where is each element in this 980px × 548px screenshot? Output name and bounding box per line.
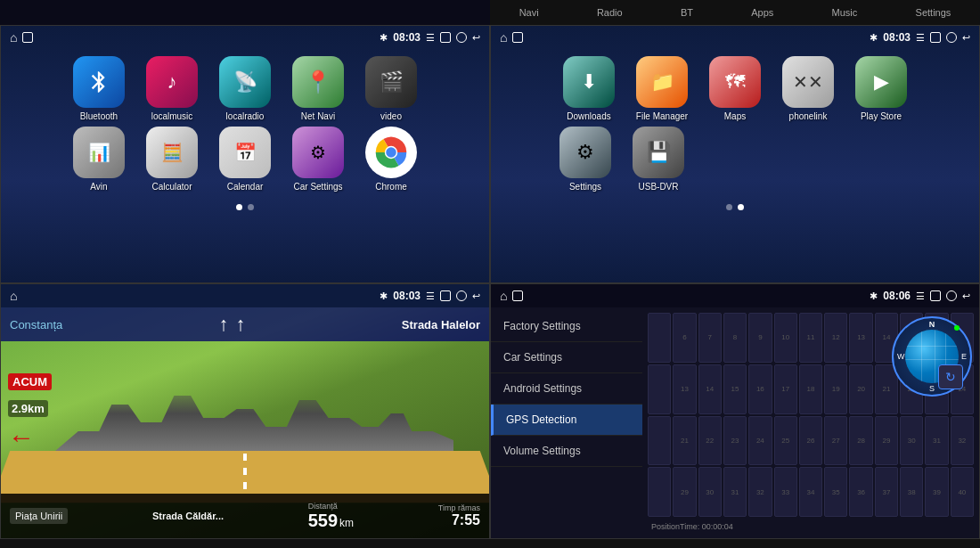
app-downloads[interactable]: ⬇ Downloads xyxy=(557,56,621,121)
arrow-up-2: ↑ xyxy=(236,313,246,336)
carsettings-icon: ⚙ xyxy=(292,127,344,178)
app-filemanager[interactable]: 📁 File Manager xyxy=(630,56,694,121)
netnavi-icon: 📍 xyxy=(292,56,344,108)
menu-car-settings[interactable]: Car Settings xyxy=(491,342,642,373)
gps-cell: 18 xyxy=(799,364,822,414)
nav-circle-q1[interactable] xyxy=(456,32,467,43)
nav-item-apps[interactable]: Apps xyxy=(744,7,780,18)
nav-item-music[interactable]: Music xyxy=(825,7,865,18)
globe-line-h2 xyxy=(905,359,959,360)
quadrant-settings: ⌂ ✱ 08:06 ☰ ↩ Factory Settings Car Setti… xyxy=(490,283,980,539)
localradio-icon: 📡 xyxy=(219,56,271,108)
app-calculator[interactable]: 🧮 Calculator xyxy=(140,127,204,192)
nav-square-q3[interactable] xyxy=(440,290,451,301)
app-usbdvr[interactable]: 💾 USB-DVR xyxy=(626,127,690,192)
app-carsettings[interactable]: ⚙ Car Settings xyxy=(286,127,350,192)
home-icon-q4[interactable]: ⌂ xyxy=(500,289,507,303)
nav-item-radio[interactable]: Radio xyxy=(590,7,630,18)
settings-content: Factory Settings Car Settings Android Se… xyxy=(491,307,979,538)
map-acum-label: ACUM xyxy=(8,373,52,390)
nav-square-q2[interactable] xyxy=(930,32,941,43)
time-q3: 08:03 xyxy=(393,290,421,302)
time-q2: 08:03 xyxy=(883,31,911,44)
menu-factory-settings[interactable]: Factory Settings xyxy=(491,311,642,342)
gps-cell: 15 xyxy=(723,364,747,414)
app-settings[interactable]: ⚙ Settings xyxy=(553,127,617,192)
nav-circle-q4[interactable] xyxy=(946,290,957,301)
settings-label: Settings xyxy=(569,182,601,192)
map-arrows: ↑ ↑ xyxy=(219,313,246,336)
app-localmusic[interactable]: ♪ localmusic xyxy=(140,56,204,121)
nav-item-navi[interactable]: Navi xyxy=(512,7,546,18)
globe-line-v2 xyxy=(935,330,935,383)
app-video[interactable]: 🎬 video xyxy=(359,56,423,121)
dot-2-q1[interactable] xyxy=(248,204,254,210)
video-label: video xyxy=(380,111,402,121)
map-time-info: Timp rămas 7:55 xyxy=(438,503,480,528)
app-calendar[interactable]: 📅 Calendar xyxy=(213,127,277,192)
app-playstore[interactable]: ▶ Play Store xyxy=(849,56,913,121)
nav-square-q1[interactable] xyxy=(440,32,451,43)
app-phonelink[interactable]: ✕✕ phonelink xyxy=(776,56,840,121)
gps-cell: 24 xyxy=(748,416,772,466)
menu-gps-detection[interactable]: GPS Detection xyxy=(491,405,642,436)
compass-refresh-button[interactable]: ↻ xyxy=(938,364,963,389)
dot-1-q2[interactable] xyxy=(726,204,732,210)
map-dest-info: Strada Căldăr... xyxy=(152,511,224,521)
menu-volume-settings[interactable]: Volume Settings xyxy=(491,436,642,467)
nav-item-settings[interactable]: Settings xyxy=(909,7,959,18)
map-city: Constanța xyxy=(10,318,62,331)
status-bar-q2: ⌂ ✱ 08:03 ☰ ↩ xyxy=(491,26,979,49)
app-maps[interactable]: 🗺 Maps xyxy=(703,56,767,121)
gps-cell: 40 xyxy=(951,467,974,517)
app-netnavi[interactable]: 📍 Net Navi xyxy=(286,56,350,121)
top-bar-left xyxy=(0,0,490,25)
compass-north: N xyxy=(929,320,935,329)
status-bar-q4: ⌂ ✱ 08:06 ☰ ↩ xyxy=(491,284,979,307)
app-bluetooth[interactable]: Bluetooth xyxy=(67,56,131,121)
gps-cell: 10 xyxy=(774,313,797,363)
back-icon-q4[interactable]: ↩ xyxy=(962,290,970,302)
compass-south: S xyxy=(929,384,935,393)
gps-cell: 28 xyxy=(849,416,872,466)
gps-cell: 29 xyxy=(673,467,696,517)
home-icon-q1[interactable]: ⌂ xyxy=(10,30,17,45)
back-icon-q2[interactable]: ↩ xyxy=(962,32,970,44)
map-location: Piața Unirii xyxy=(10,508,68,524)
calculator-label: Calculator xyxy=(151,182,192,192)
chrome-label: Chrome xyxy=(375,182,407,192)
usbdvr-label: USB-DVR xyxy=(638,182,678,192)
gps-cell: 13 xyxy=(849,313,872,363)
gps-cell: 21 xyxy=(673,416,696,466)
app-avin[interactable]: 📊 Avin xyxy=(67,127,131,192)
square-icon-q1[interactable] xyxy=(22,32,33,43)
app-localradio[interactable]: 📡 localradio xyxy=(213,56,277,121)
gps-cell xyxy=(648,364,671,414)
nav-item-bt[interactable]: BT xyxy=(674,7,700,18)
back-icon-q1[interactable]: ↩ xyxy=(472,32,480,44)
home-icon-q3[interactable]: ⌂ xyxy=(10,289,17,303)
signal-q3: ☰ xyxy=(426,290,435,302)
svg-point-2 xyxy=(386,147,396,158)
map-dist-unit: km xyxy=(339,517,354,529)
gps-cell: 13 xyxy=(673,364,696,414)
bluetooth-icon xyxy=(73,56,125,108)
gps-cell: 19 xyxy=(824,364,847,414)
gps-cell: 39 xyxy=(925,467,948,517)
square-icon-q4[interactable] xyxy=(512,290,523,301)
nav-square-q4[interactable] xyxy=(930,290,941,301)
menu-android-settings[interactable]: Android Settings xyxy=(491,373,642,405)
apps-row-1: Bluetooth ♪ localmusic 📡 localradio 📍 Ne… xyxy=(19,56,471,121)
pagination-dots-q1 xyxy=(1,204,489,210)
square-icon-q2[interactable] xyxy=(512,32,523,43)
gps-cell: 30 xyxy=(900,416,923,466)
main-grid: ⌂ ✱ 08:03 ☰ ↩ Bluetooth xyxy=(0,25,980,548)
gps-cell: 22 xyxy=(698,416,722,466)
nav-circle-q2[interactable] xyxy=(946,32,957,43)
dot-2-q2[interactable] xyxy=(738,204,744,210)
nav-circle-q3[interactable] xyxy=(456,290,467,301)
dot-1-q1[interactable] xyxy=(236,204,242,210)
home-icon-q2[interactable]: ⌂ xyxy=(500,30,507,45)
app-chrome[interactable]: Chrome xyxy=(359,127,423,192)
back-icon-q3[interactable]: ↩ xyxy=(472,290,480,302)
